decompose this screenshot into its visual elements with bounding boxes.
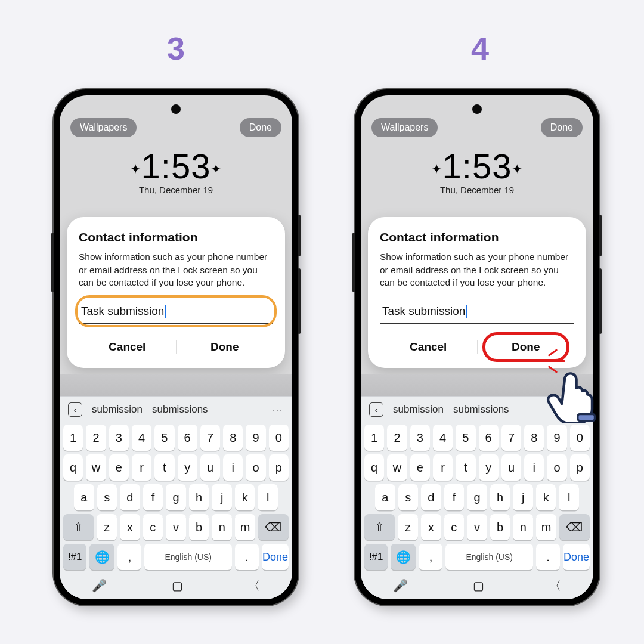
comma-key[interactable]: , [117, 544, 141, 570]
key-o[interactable]: o [547, 454, 566, 481]
suggestion-back-icon[interactable]: ‹ [369, 402, 383, 417]
key-9[interactable]: 9 [547, 425, 566, 451]
period-key[interactable]: . [235, 544, 259, 570]
key-6[interactable]: 6 [178, 425, 197, 451]
key-i[interactable]: i [524, 454, 544, 481]
key-r[interactable]: r [132, 454, 151, 481]
key-g[interactable]: g [467, 484, 487, 510]
key-z[interactable]: z [398, 514, 418, 540]
key-f[interactable]: f [143, 484, 163, 510]
key-1[interactable]: 1 [364, 425, 384, 451]
key-l[interactable]: l [258, 484, 278, 510]
nav-back-icon[interactable]: 〈 [549, 578, 561, 594]
contact-info-input[interactable]: Task submission [79, 299, 273, 324]
suggestion-back-icon[interactable]: ‹ [68, 402, 82, 417]
key-w[interactable]: w [387, 454, 407, 481]
wallpapers-button[interactable]: Wallpapers [371, 118, 438, 137]
key-3[interactable]: 3 [410, 425, 430, 451]
key-d[interactable]: d [120, 484, 140, 510]
key-7[interactable]: 7 [501, 425, 521, 451]
key-l[interactable]: l [559, 484, 579, 510]
key-t[interactable]: t [456, 454, 475, 481]
key-a[interactable]: a [74, 484, 94, 510]
key-h[interactable]: h [490, 484, 510, 510]
key-u[interactable]: u [200, 454, 220, 481]
key-5[interactable]: 5 [154, 425, 174, 451]
shift-key[interactable]: ⇧ [364, 514, 395, 540]
key-w[interactable]: w [86, 454, 106, 481]
key-m[interactable]: m [536, 514, 556, 540]
key-z[interactable]: z [97, 514, 117, 540]
key-y[interactable]: y [178, 454, 197, 481]
dialog-done-button[interactable]: Done [177, 335, 274, 360]
key-e[interactable]: e [109, 454, 129, 481]
space-key[interactable]: English (US) [144, 544, 231, 570]
suggestion-more-icon[interactable]: ⋯ [573, 403, 585, 416]
period-key[interactable]: . [536, 544, 560, 570]
key-4[interactable]: 4 [132, 425, 151, 451]
key-4[interactable]: 4 [433, 425, 453, 451]
nav-back-icon[interactable]: 〈 [248, 578, 260, 594]
nav-mic-icon[interactable]: 🎤 [393, 578, 408, 593]
backspace-key[interactable]: ⌫ [258, 514, 289, 540]
key-2[interactable]: 2 [387, 425, 407, 451]
header-done-button[interactable]: Done [240, 118, 281, 137]
key-5[interactable]: 5 [456, 425, 475, 451]
key-a[interactable]: a [375, 484, 395, 510]
key-8[interactable]: 8 [524, 425, 544, 451]
key-1[interactable]: 1 [63, 425, 83, 451]
key-c[interactable]: c [143, 514, 163, 540]
key-p[interactable]: p [570, 454, 590, 481]
key-i[interactable]: i [223, 454, 243, 481]
key-v[interactable]: v [467, 514, 487, 540]
key-m[interactable]: m [235, 514, 255, 540]
dialog-cancel-button[interactable]: Cancel [79, 335, 176, 360]
key-c[interactable]: c [444, 514, 465, 540]
key-f[interactable]: f [444, 484, 465, 510]
suggestion-1[interactable]: submission [393, 404, 444, 416]
contact-info-input[interactable]: Task submission [380, 299, 574, 324]
wallpapers-button[interactable]: Wallpapers [70, 118, 137, 137]
key-y[interactable]: y [479, 454, 499, 481]
suggestion-1[interactable]: submission [92, 404, 143, 416]
key-q[interactable]: q [364, 454, 384, 481]
shift-key[interactable]: ⇧ [63, 514, 94, 540]
key-9[interactable]: 9 [246, 425, 265, 451]
key-6[interactable]: 6 [479, 425, 499, 451]
suggestion-2[interactable]: submissions [152, 404, 208, 416]
key-x[interactable]: x [120, 514, 140, 540]
suggestion-2[interactable]: submissions [453, 404, 509, 416]
key-0[interactable]: 0 [269, 425, 289, 451]
key-g[interactable]: g [166, 484, 186, 510]
globe-key[interactable]: 🌐 [89, 544, 114, 570]
backspace-key[interactable]: ⌫ [559, 514, 590, 540]
nav-home-icon[interactable]: ▢ [172, 578, 183, 593]
globe-key[interactable]: 🌐 [391, 544, 416, 570]
key-d[interactable]: d [421, 484, 441, 510]
key-s[interactable]: s [97, 484, 117, 510]
nav-mic-icon[interactable]: 🎤 [92, 578, 107, 593]
key-o[interactable]: o [246, 454, 265, 481]
nav-home-icon[interactable]: ▢ [473, 578, 484, 593]
key-u[interactable]: u [501, 454, 521, 481]
key-n[interactable]: n [212, 514, 232, 540]
key-k[interactable]: k [235, 484, 255, 510]
comma-key[interactable]: , [419, 544, 442, 570]
key-7[interactable]: 7 [200, 425, 220, 451]
keyboard-done-key[interactable]: Done [563, 544, 590, 570]
key-b[interactable]: b [189, 514, 209, 540]
key-s[interactable]: s [398, 484, 419, 510]
key-3[interactable]: 3 [109, 425, 129, 451]
key-2[interactable]: 2 [86, 425, 106, 451]
dialog-done-button[interactable]: Done [478, 335, 575, 360]
key-8[interactable]: 8 [223, 425, 243, 451]
key-v[interactable]: v [166, 514, 186, 540]
key-h[interactable]: h [189, 484, 209, 510]
header-done-button[interactable]: Done [541, 118, 583, 137]
key-x[interactable]: x [421, 514, 441, 540]
key-j[interactable]: j [212, 484, 232, 510]
symbols-key[interactable]: !#1 [364, 544, 388, 570]
keyboard-done-key[interactable]: Done [262, 544, 289, 570]
key-r[interactable]: r [433, 454, 453, 481]
key-b[interactable]: b [490, 514, 510, 540]
